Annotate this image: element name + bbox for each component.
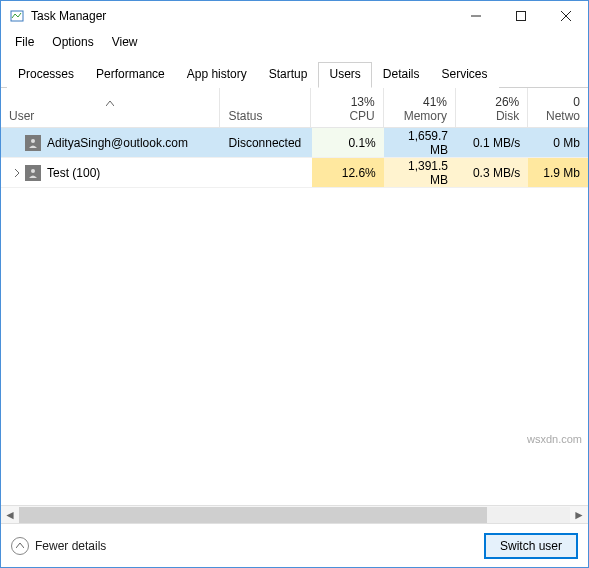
grid-body: AdityaSingh@outlook.com Disconnected 0.1… [1,128,588,505]
col-memory-label: Memory [404,109,447,123]
tab-processes[interactable]: Processes [7,62,85,88]
scroll-thumb[interactable] [19,507,487,523]
tab-users[interactable]: Users [318,62,371,88]
sort-indicator-icon [9,97,211,109]
switch-user-button[interactable]: Switch user [484,533,578,559]
menu-view[interactable]: View [104,33,146,51]
table-row[interactable]: AdityaSingh@outlook.com Disconnected 0.1… [1,128,588,158]
memory-usage-pct: 41% [423,95,447,109]
col-user[interactable]: User [1,88,220,127]
grid-header: User Status 13% CPU 41% Memory 26% Disk … [1,88,588,128]
col-cpu[interactable]: 13% CPU [311,88,383,127]
col-memory[interactable]: 41% Memory [384,88,456,127]
minimize-button[interactable] [453,1,498,31]
menubar: File Options View [1,31,588,53]
users-grid: User Status 13% CPU 41% Memory 26% Disk … [1,88,588,523]
col-user-label: User [9,109,211,123]
scroll-track[interactable] [19,507,570,523]
cell-user: AdityaSingh@outlook.com [1,128,221,157]
col-cpu-label: CPU [349,109,374,123]
table-row[interactable]: Test (100) 12.6% 1,391.5 MB 0.3 MB/s 1.9… [1,158,588,188]
menu-options[interactable]: Options [44,33,101,51]
window-title: Task Manager [31,9,453,23]
fewer-details-label: Fewer details [35,539,106,553]
cell-disk: 0.3 MB/s [456,158,528,187]
cell-cpu: 0.1% [312,128,384,157]
cell-cpu: 12.6% [312,158,384,187]
user-icon [25,135,41,151]
app-icon [9,8,25,24]
user-icon [25,165,41,181]
user-name: Test (100) [47,166,100,180]
col-disk-label: Disk [496,109,519,123]
tab-performance[interactable]: Performance [85,62,176,88]
cell-network: 1.9 Mb [528,158,588,187]
network-usage-pct: 0 [573,95,580,109]
watermark: wsxdn.com [527,433,582,445]
svg-point-6 [31,169,35,173]
horizontal-scrollbar[interactable]: ◄ ► [1,505,588,523]
cpu-usage-pct: 13% [351,95,375,109]
user-name: AdityaSingh@outlook.com [47,136,188,150]
scroll-left-icon[interactable]: ◄ [1,508,19,522]
col-status-label: Status [228,109,302,123]
close-button[interactable] [543,1,588,31]
cell-user: Test (100) [1,158,221,187]
tab-startup[interactable]: Startup [258,62,319,88]
cell-memory: 1,391.5 MB [384,158,456,187]
fewer-details-button[interactable]: Fewer details [11,537,106,555]
tab-app-history[interactable]: App history [176,62,258,88]
chevron-up-icon [11,537,29,555]
scroll-right-icon[interactable]: ► [570,508,588,522]
col-disk[interactable]: 26% Disk [456,88,528,127]
tab-services[interactable]: Services [431,62,499,88]
cell-network: 0 Mb [528,128,588,157]
titlebar: Task Manager [1,1,588,31]
tabstrip: Processes Performance App history Startu… [1,53,588,88]
cell-status: Disconnected [221,128,312,157]
expander-icon[interactable] [9,169,25,177]
svg-rect-2 [516,12,525,21]
svg-point-5 [31,139,35,143]
col-network[interactable]: 0 Netwo [528,88,588,127]
tab-details[interactable]: Details [372,62,431,88]
col-network-label: Netwo [546,109,580,123]
col-status[interactable]: Status [220,88,311,127]
cell-disk: 0.1 MB/s [456,128,528,157]
maximize-button[interactable] [498,1,543,31]
disk-usage-pct: 26% [495,95,519,109]
cell-memory: 1,659.7 MB [384,128,456,157]
footer: Fewer details Switch user [1,523,588,567]
cell-status [221,158,312,187]
menu-file[interactable]: File [7,33,42,51]
